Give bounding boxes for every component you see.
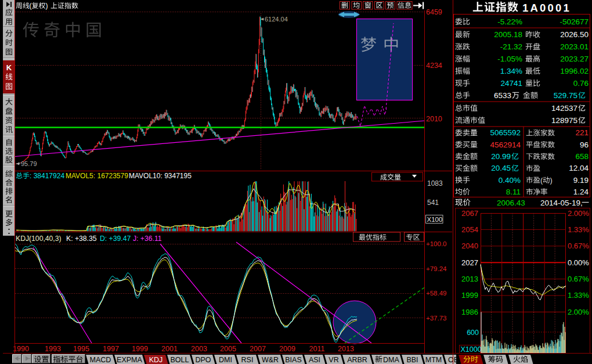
- svg-text:EXPMA: EXPMA: [117, 356, 142, 364]
- svg-text:12.04: 12.04: [569, 164, 589, 172]
- svg-text:+79.24: +79.24: [426, 265, 447, 272]
- svg-text:2067: 2067: [461, 209, 478, 218]
- svg-text:0.76: 0.76: [573, 79, 589, 88]
- svg-text:W&R: W&R: [262, 356, 279, 364]
- svg-text:2027: 2027: [461, 258, 478, 267]
- svg-text:1.33%: 1.33%: [568, 225, 589, 234]
- svg-text:9.19: 9.19: [573, 176, 589, 185]
- svg-text:+58.49: +58.49: [426, 290, 447, 297]
- svg-text:6459: 6459: [426, 8, 442, 16]
- svg-text:2023.01: 2023.01: [560, 42, 589, 51]
- svg-text:1999: 1999: [132, 345, 148, 353]
- svg-text:0.40%: 0.40%: [499, 176, 521, 185]
- svg-text:: 38417924: : 38417924: [30, 172, 64, 180]
- svg-text:DPO: DPO: [195, 356, 211, 364]
- svg-text:5065592: 5065592: [490, 128, 521, 137]
- svg-text:1986: 1986: [461, 308, 478, 316]
- svg-text:MACD: MACD: [90, 356, 111, 364]
- svg-text:1997: 1997: [103, 345, 119, 353]
- svg-text:2054: 2054: [461, 225, 478, 234]
- svg-text:2009: 2009: [279, 345, 295, 353]
- svg-text:96: 96: [580, 140, 589, 149]
- svg-text:2023.27: 2023.27: [560, 55, 589, 63]
- svg-text:J: +36.11: J: +36.11: [133, 235, 162, 243]
- svg-text:1.24: 1.24: [573, 188, 589, 196]
- svg-text:2014-05-19,: 2014-05-19,: [540, 199, 583, 207]
- svg-text:MAVOL10: 9347195: MAVOL10: 9347195: [129, 172, 192, 180]
- svg-text:529.75: 529.75: [554, 91, 577, 100]
- svg-text:541: 541: [427, 199, 439, 207]
- svg-text:1996.02: 1996.02: [560, 67, 589, 75]
- svg-text:2040: 2040: [461, 242, 478, 250]
- svg-text:+37.73: +37.73: [426, 315, 447, 322]
- svg-text:-21.32: -21.32: [500, 42, 522, 51]
- svg-text:20.99: 20.99: [491, 152, 511, 161]
- svg-text:2005: 2005: [220, 345, 236, 353]
- svg-text:2.00%: 2.00%: [568, 209, 589, 218]
- svg-text:KDJ: KDJ: [149, 356, 163, 364]
- svg-text:8.11: 8.11: [506, 188, 521, 196]
- svg-text:95.79: 95.79: [21, 160, 37, 167]
- svg-text:MAVOL5: 16723579: MAVOL5: 16723579: [66, 172, 128, 180]
- svg-text:142537: 142537: [551, 104, 577, 113]
- svg-text:D: +39.47: D: +39.47: [100, 235, 131, 243]
- svg-text:2005.18: 2005.18: [494, 30, 522, 39]
- svg-text:4234: 4234: [426, 62, 442, 70]
- svg-text:VR: VR: [329, 356, 338, 364]
- svg-text:-502677: -502677: [559, 17, 589, 26]
- svg-text:2013: 2013: [461, 275, 478, 283]
- svg-text:(: (: [30, 2, 32, 10]
- svg-text:2.00%: 2.00%: [568, 308, 589, 316]
- svg-text:658: 658: [575, 152, 589, 161]
- svg-text:ARBR: ARBR: [347, 356, 367, 364]
- svg-text:1995: 1995: [73, 345, 89, 353]
- svg-text:2001: 2001: [161, 345, 178, 353]
- svg-text:1083: 1083: [427, 179, 443, 188]
- svg-text:221: 221: [575, 128, 589, 137]
- svg-text:1990: 1990: [13, 345, 29, 353]
- svg-text:+100.0: +100.0: [426, 240, 447, 247]
- svg-text:1.33%: 1.33%: [568, 291, 589, 300]
- svg-text:2013: 2013: [338, 345, 354, 353]
- svg-text:BIAS: BIAS: [285, 356, 302, 364]
- svg-text:ASI: ASI: [309, 356, 320, 364]
- svg-text:20.45: 20.45: [491, 164, 511, 172]
- svg-text:4562914: 4562914: [490, 140, 521, 149]
- svg-text:2006.43: 2006.43: [497, 199, 525, 207]
- svg-text:K: +38.35: K: +38.35: [66, 235, 97, 243]
- svg-text:BOLL: BOLL: [171, 356, 189, 364]
- svg-text:X1000: X1000: [461, 345, 482, 354]
- svg-text:2011: 2011: [309, 345, 325, 353]
- svg-text:RSI: RSI: [241, 356, 254, 364]
- svg-text:-1.05%: -1.05%: [497, 55, 522, 63]
- svg-text:K: K: [6, 63, 12, 72]
- svg-text:0.00%: 0.00%: [568, 258, 589, 267]
- svg-text:1993: 1993: [45, 345, 61, 353]
- svg-text:DMA: DMA: [383, 356, 399, 364]
- svg-text:DMI: DMI: [219, 356, 232, 364]
- svg-text:6124.04: 6124.04: [265, 16, 288, 23]
- svg-text:2026.50: 2026.50: [560, 30, 589, 39]
- svg-text:0.67%: 0.67%: [568, 242, 589, 250]
- svg-text:KDJ(100,40,3): KDJ(100,40,3): [16, 235, 62, 243]
- svg-text:2007: 2007: [250, 345, 266, 353]
- svg-text:6533: 6533: [494, 91, 511, 100]
- svg-text:1A0001: 1A0001: [522, 2, 571, 14]
- svg-text:1999: 1999: [461, 291, 478, 300]
- svg-text:): ): [550, 176, 553, 185]
- svg-text:MTM: MTM: [425, 356, 442, 364]
- svg-text:2010: 2010: [426, 115, 442, 123]
- svg-text:BBI: BBI: [406, 356, 418, 364]
- svg-text:2003: 2003: [191, 345, 207, 353]
- svg-text:0.67%: 0.67%: [568, 275, 589, 283]
- svg-text:-5.22%: -5.22%: [497, 17, 522, 26]
- svg-text:X100: X100: [427, 216, 443, 223]
- svg-text:): ): [46, 2, 48, 10]
- svg-text:600: 600: [467, 329, 479, 337]
- svg-text:24741: 24741: [500, 79, 522, 88]
- svg-text:128975: 128975: [551, 116, 577, 125]
- svg-text:1.34%: 1.34%: [500, 67, 522, 75]
